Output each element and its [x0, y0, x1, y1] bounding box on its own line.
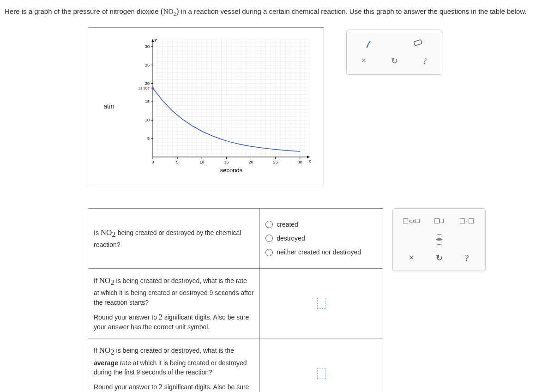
svg-text:15: 15	[224, 160, 229, 164]
graph-panel: atm xy0510152025305101520253018.707secon…	[88, 27, 324, 185]
radio-icon	[265, 221, 273, 228]
fraction-button[interactable]	[428, 232, 450, 247]
eraser-icon[interactable]	[408, 36, 427, 51]
radio-icon	[265, 249, 273, 256]
svg-text:30: 30	[145, 44, 150, 49]
q2-text: If NO2 is being created or destroyed, wh…	[88, 268, 260, 338]
svg-text:25: 25	[273, 160, 278, 164]
answer-input[interactable]	[317, 298, 325, 309]
svg-text:18.707: 18.707	[138, 86, 150, 90]
q1-answers: created destroyed neither created nor de…	[260, 208, 383, 268]
svg-text:20: 20	[248, 160, 253, 164]
close-icon[interactable]: ×	[355, 53, 373, 69]
chem-no: NO	[163, 8, 174, 15]
svg-text:5: 5	[176, 160, 179, 164]
q3-text: If NO2 is being created or destroyed, wh…	[88, 338, 260, 392]
decay-plot: xy0510152025305101520253018.707seconds	[130, 35, 314, 178]
radio-neither[interactable]: neither created nor destroyed	[265, 247, 377, 257]
q1-text: Is NO2 being created or destroyed by the…	[88, 208, 260, 268]
svg-point-100	[152, 87, 154, 89]
y-axis-label: atm	[88, 103, 130, 110]
question-table: Is NO2 being created or destroyed by the…	[88, 208, 383, 392]
svg-text:10: 10	[199, 160, 204, 164]
radio-destroyed[interactable]: destroyed	[265, 234, 377, 243]
svg-marker-68	[307, 156, 310, 158]
radio-icon	[265, 235, 273, 242]
refresh-icon[interactable]: ↻	[385, 53, 403, 69]
dot-button[interactable]: ·	[456, 213, 478, 229]
prompt-part1: Here is a graph of the pressure of nitro…	[5, 7, 161, 15]
svg-text:0: 0	[151, 160, 154, 164]
superscript-button[interactable]	[428, 213, 450, 229]
svg-text:5: 5	[147, 136, 150, 141]
svg-text:20: 20	[145, 81, 150, 86]
svg-text:25: 25	[145, 63, 150, 67]
q2-answer-box[interactable]	[260, 268, 383, 338]
close-icon[interactable]: ×	[400, 250, 422, 266]
pencil-icon[interactable]	[362, 36, 381, 51]
help-icon[interactable]: ?	[416, 53, 434, 69]
answer-input[interactable]	[317, 368, 325, 379]
q3-answer-box[interactable]	[260, 338, 383, 392]
svg-text:x: x	[308, 159, 311, 163]
svg-text:y: y	[154, 37, 157, 42]
sci-notation-button[interactable]: x10	[400, 213, 422, 229]
svg-marker-69	[151, 39, 154, 42]
prompt-text: Here is a graph of the pressure of nitro…	[5, 5, 549, 18]
svg-text:10: 10	[145, 118, 150, 122]
radio-created[interactable]: created	[265, 220, 377, 229]
refresh-icon[interactable]: ↻	[428, 250, 450, 266]
svg-text:15: 15	[145, 99, 150, 104]
help-icon[interactable]: ?	[456, 250, 478, 266]
svg-text:seconds: seconds	[220, 167, 243, 174]
drawing-toolbox: × ↻ ?	[346, 30, 442, 75]
svg-point-102	[366, 46, 367, 48]
svg-rect-103	[414, 40, 422, 46]
prompt-part2: in a reaction vessel during a certain ch…	[179, 7, 527, 15]
format-toolbox: x10 · × ↻ ?	[392, 208, 486, 271]
svg-text:30: 30	[298, 160, 302, 164]
